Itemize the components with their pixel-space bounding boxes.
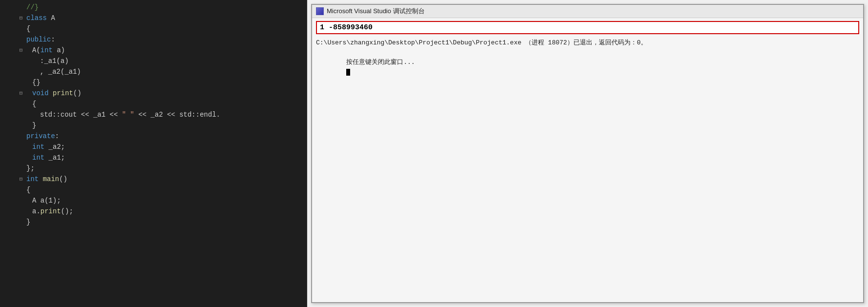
code-text: class A (24, 13, 55, 23)
code-text: , _a2(_a1) (24, 66, 81, 77)
code-line: {} (0, 77, 307, 88)
code-text: } (24, 120, 36, 131)
code-line: { (0, 184, 307, 195)
code-text: int _a2; (24, 142, 65, 152)
code-line: :_a1(a) (0, 56, 307, 66)
console-cursor (346, 69, 350, 76)
vs-icon (316, 7, 324, 15)
code-line: int _a1; (0, 152, 307, 163)
code-line: } (0, 217, 307, 227)
fold-icon[interactable]: ⊟ (18, 174, 24, 184)
code-line: private: (0, 131, 307, 142)
code-text: int _a1; (24, 152, 65, 163)
code-text: int main() (24, 174, 67, 184)
code-content: //} ⊟ class A { public: ⊟ A(int a) (0, 0, 307, 229)
console-output-box: 1 -858993460 (316, 21, 859, 34)
console-output-value: 1 -858993460 (320, 23, 373, 32)
code-text: A(int a) (24, 45, 65, 56)
code-line: ⊟ int main() (0, 174, 307, 184)
console-body: C:\Users\zhangxing\Desktop\Project1\Debu… (312, 36, 863, 302)
code-line: , _a2(_a1) (0, 66, 307, 77)
code-line: //} (0, 2, 307, 13)
code-text: } (24, 217, 30, 227)
code-text: { (24, 184, 30, 195)
code-line: a.print(); (0, 206, 307, 217)
code-text: { (24, 99, 36, 109)
code-line: A a(1); (0, 195, 307, 206)
console-panel: Microsoft Visual Studio 调试控制台 1 -8589934… (307, 0, 868, 307)
code-text: {} (24, 77, 40, 88)
code-line: ⊟ A(int a) (0, 45, 307, 56)
console-titlebar: Microsoft Visual Studio 调试控制台 (312, 5, 863, 18)
console-title: Microsoft Visual Studio 调试控制台 (327, 7, 425, 16)
console-window: Microsoft Visual Studio 调试控制台 1 -8589934… (311, 4, 864, 303)
code-line: public: (0, 34, 307, 45)
code-text: }; (24, 163, 35, 174)
code-line: { (0, 99, 307, 109)
code-line: }; (0, 163, 307, 174)
code-text: //} (24, 2, 39, 13)
code-text: std::cout << _a1 << " " << _a2 << std::e… (24, 109, 220, 120)
code-text: public: (24, 34, 55, 45)
code-text: private: (24, 131, 59, 142)
code-line: ⊟ class A (0, 13, 307, 23)
code-editor-panel: //} ⊟ class A { public: ⊟ A(int a) (0, 0, 307, 307)
code-text: { (24, 23, 30, 34)
fold-icon[interactable]: ⊟ (18, 45, 24, 56)
code-line: int _a2; (0, 142, 307, 152)
code-text: :_a1(a) (24, 56, 69, 66)
code-line: { (0, 23, 307, 34)
code-line: std::cout << _a1 << " " << _a2 << std::e… (0, 109, 307, 120)
code-text: A a(1); (24, 195, 61, 206)
code-text: void print() (24, 88, 81, 99)
console-path-line2: 按任意键关闭此窗口... (316, 48, 859, 87)
console-path-line1: C:\Users\zhangxing\Desktop\Project1\Debu… (316, 38, 859, 48)
code-line: ⊟ void print() (0, 88, 307, 99)
fold-icon[interactable]: ⊟ (18, 13, 24, 23)
fold-icon[interactable]: ⊟ (18, 88, 24, 99)
code-text: a.print(); (24, 206, 73, 217)
code-line: } (0, 120, 307, 131)
